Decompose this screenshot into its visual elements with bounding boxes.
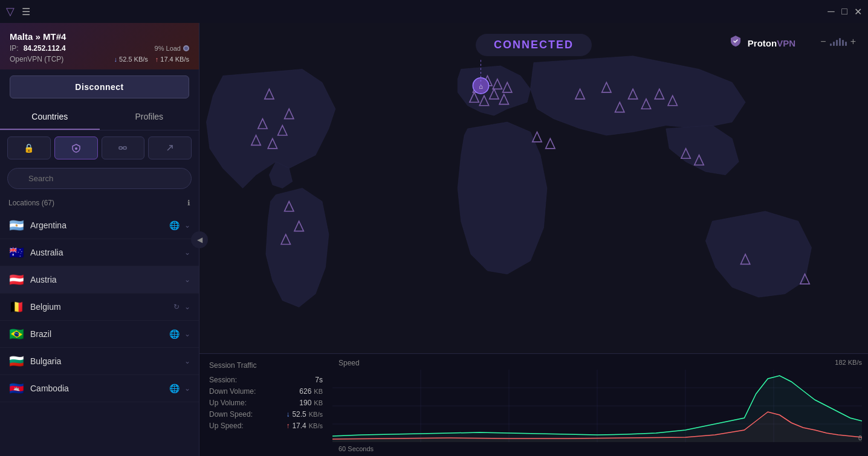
stats-down-speed-row: Down Speed: ↓ 52.5 KB/s: [209, 410, 323, 419]
ip-label: IP:: [10, 44, 19, 53]
list-item[interactable]: 🇦🇺 Australia ⌄: [0, 239, 199, 266]
speed-bar: [842, 40, 844, 46]
stats-down-volume-row: Down Volume: 626 KB: [209, 387, 323, 396]
minimize-button[interactable]: ─: [827, 7, 835, 16]
title-bar-left: ▽ ☰: [6, 5, 30, 18]
filter-row: 🔒: [0, 130, 199, 165]
up-speed-value: ↑ 17.4 KB/s: [286, 422, 323, 430]
expand-icon[interactable]: ⌄: [184, 303, 190, 311]
tab-profiles[interactable]: Profiles: [100, 104, 199, 130]
country-actions: 🌐 ⌄: [169, 384, 190, 393]
country-actions: 🌐 ⌄: [169, 329, 190, 339]
filter-p2p[interactable]: [102, 136, 145, 159]
country-actions: ⌄: [184, 275, 190, 284]
speed-chart: Speed 182 KB/s 0 60 Seconds: [332, 354, 868, 456]
stats-panel: Session Traffic Session: 7s Down Volume:…: [199, 353, 868, 456]
expand-icon[interactable]: ⌄: [184, 275, 190, 284]
flag-icon: 🇦🇺: [8, 245, 24, 260]
protonvpn-logo-icon: ▽: [6, 5, 15, 18]
locations-header: Locations (67) ℹ: [0, 195, 199, 212]
hamburger-menu-icon[interactable]: ☰: [22, 6, 30, 18]
expand-icon[interactable]: ⌄: [184, 357, 190, 365]
flag-icon: 🇦🇷: [8, 218, 24, 233]
session-traffic: Session Traffic Session: 7s Down Volume:…: [199, 354, 332, 456]
proton-name: ProtonVPN: [748, 38, 795, 48]
list-item[interactable]: 🇰🇭 Cambodia 🌐 ⌄: [0, 375, 199, 402]
country-name: Brazil: [30, 329, 169, 339]
up-speed-label: Up Speed:: [209, 422, 244, 430]
globe-icon[interactable]: 🌐: [169, 220, 180, 230]
collapse-sidebar-button[interactable]: ◀: [191, 231, 208, 248]
close-button[interactable]: ✕: [853, 7, 862, 16]
expand-icon[interactable]: ⌄: [184, 330, 190, 338]
search-input[interactable]: [7, 168, 192, 189]
speed-bar: [833, 42, 835, 46]
down-arrow-icon: ↓: [286, 410, 290, 419]
chart-title: Speed: [332, 359, 862, 367]
list-item[interactable]: 🇧🇷 Brazil 🌐 ⌄: [0, 321, 199, 348]
protocol-row: OpenVPN (TCP) ↓ 52.5 KB/s ↑ 17.4 KB/s: [10, 55, 189, 63]
country-name: Argentina: [30, 220, 169, 230]
up-arrow-icon: ↑: [286, 422, 290, 430]
search-container: 🔍: [0, 165, 199, 195]
country-actions: ⌄: [184, 357, 190, 365]
ip-value: 84.252.112.4: [24, 44, 66, 53]
svg-point-0: [75, 147, 77, 150]
speed-display: ↓ 52.5 KB/s ↑ 17.4 KB/s: [114, 56, 189, 63]
list-item[interactable]: 🇧🇬 Bulgaria ⌄: [0, 348, 199, 375]
refresh-icon[interactable]: ↻: [173, 303, 180, 311]
country-list: 🇦🇷 Argentina 🌐 ⌄ 🇦🇺 Australia ⌄ 🇦🇹 Austr…: [0, 212, 199, 456]
title-bar: ▽ ☰ ─ □ ✕: [0, 0, 868, 23]
upload-arrow-icon: ↑: [155, 56, 159, 63]
expand-icon[interactable]: ⌄: [184, 384, 190, 393]
tab-countries[interactable]: Countries: [0, 104, 100, 130]
sidebar: Malta » MT#4 IP: 84.252.112.4 9% Load Op…: [0, 23, 199, 456]
country-actions: 🌐 ⌄: [169, 220, 190, 230]
expand-icon[interactable]: ⌄: [184, 221, 190, 230]
up-volume-label: Up Volume:: [209, 399, 247, 407]
filter-tor[interactable]: [148, 136, 192, 159]
flag-icon: 🇧🇪: [8, 300, 24, 314]
speed-bar: [830, 43, 832, 46]
protonvpn-brand: ProtonVPN: [728, 34, 795, 52]
speed-toggle: − +: [820, 36, 856, 47]
stats-session-row: Session: 7s: [209, 376, 323, 384]
locations-count: Locations (67): [8, 199, 54, 207]
window-controls: ─ □ ✕: [827, 7, 862, 16]
country-name: Cambodia: [30, 384, 169, 393]
main-layout: Malta » MT#4 IP: 84.252.112.4 9% Load Op…: [0, 23, 868, 456]
disconnect-button[interactable]: Disconnect: [10, 75, 189, 98]
globe-icon[interactable]: 🌐: [169, 329, 180, 339]
country-actions: ⌄: [184, 248, 190, 257]
flag-icon: 🇧🇷: [8, 327, 24, 341]
connected-server: Malta » MT#4: [10, 31, 189, 42]
speed-chart-svg: [332, 370, 862, 442]
flag-icon: 🇦🇹: [8, 272, 24, 287]
locations-info-icon[interactable]: ℹ: [187, 199, 190, 207]
speed-bar: [839, 38, 841, 46]
filter-secure-core[interactable]: 🔒: [7, 136, 51, 159]
list-item[interactable]: 🇦🇹 Austria ⌄: [0, 266, 199, 294]
speed-bars: [830, 38, 847, 46]
session-traffic-title: Session Traffic: [209, 361, 323, 370]
country-actions: ↻ ⌄: [173, 303, 190, 311]
speed-bar: [845, 42, 847, 46]
maximize-button[interactable]: □: [840, 7, 849, 16]
filter-netshield[interactable]: [54, 136, 98, 159]
country-name: Austria: [30, 275, 184, 284]
speed-bar: [836, 40, 838, 46]
expand-icon[interactable]: ⌄: [184, 248, 190, 257]
down-volume-label: Down Volume:: [209, 387, 256, 396]
globe-icon[interactable]: 🌐: [169, 384, 180, 393]
speed-increase-button[interactable]: +: [850, 36, 856, 47]
speed-decrease-button[interactable]: −: [820, 36, 826, 47]
server-load: 9% Load: [155, 45, 189, 52]
list-item[interactable]: 🇧🇪 Belgium ↻ ⌄: [0, 294, 199, 321]
country-name: Belgium: [30, 302, 173, 312]
country-name: Australia: [30, 248, 184, 257]
stats-up-volume-row: Up Volume: 190 KB: [209, 399, 323, 407]
country-name: Bulgaria: [30, 356, 184, 366]
upload-speed: ↑ 17.4 KB/s: [155, 56, 189, 63]
list-item[interactable]: 🇦🇷 Argentina 🌐 ⌄: [0, 212, 199, 239]
protocol-label: OpenVPN (TCP): [10, 55, 63, 63]
